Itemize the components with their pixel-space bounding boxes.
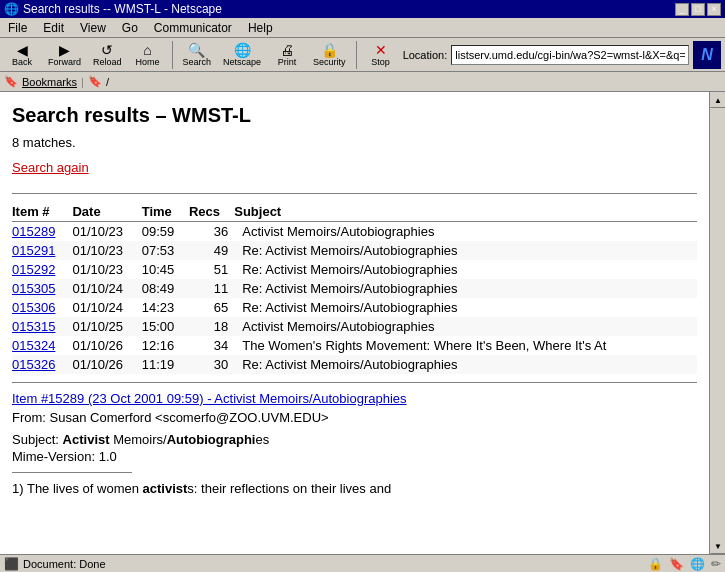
item-link[interactable]: 015324 (12, 338, 55, 353)
scrollbar: ▲ ▼ (709, 92, 725, 554)
netscape-button[interactable]: 🌐 Netscape (219, 40, 265, 70)
item-link[interactable]: 015305 (12, 281, 55, 296)
status-icon-4: ✏ (711, 557, 721, 571)
item-link[interactable]: 015326 (12, 357, 55, 372)
recs-cell: 51 (189, 260, 234, 279)
date-cell: 01/10/24 (72, 298, 141, 317)
status-icon-1: 🔒 (648, 557, 663, 571)
menu-communicator[interactable]: Communicator (150, 20, 236, 36)
search-again-link[interactable]: Search again (12, 160, 89, 175)
scroll-up-button[interactable]: ▲ (710, 92, 725, 108)
title-bar: 🌐 Search results -- WMST-L - Netscape _ … (0, 0, 725, 18)
back-button[interactable]: ◀ Back (4, 40, 40, 70)
subject-cell: Activist Memoirs/Autobiographies (234, 317, 697, 336)
col-header-time: Time (142, 202, 189, 222)
forward-icon: ▶ (59, 43, 70, 57)
time-cell: 12:16 (142, 336, 189, 355)
results-table: Item # Date Time Recs Subject 01528901/1… (12, 202, 697, 374)
bookmarks-bar: 🔖 Bookmarks | 🔖 / (0, 72, 725, 92)
item-link[interactable]: 015306 (12, 300, 55, 315)
recs-cell: 36 (189, 222, 234, 242)
date-cell: 01/10/24 (72, 279, 141, 298)
preview-body: 1) The lives of women activists: their r… (12, 481, 697, 496)
toolbar-separator-1 (172, 41, 173, 69)
status-text: Document: Done (23, 558, 106, 570)
item-link[interactable]: 015289 (12, 224, 55, 239)
col-header-date: Date (72, 202, 141, 222)
home-button[interactable]: ⌂ Home (130, 40, 166, 70)
print-label: Print (278, 57, 297, 67)
time-cell: 15:00 (142, 317, 189, 336)
toolbar-separator-2 (356, 41, 357, 69)
print-icon: 🖨 (280, 43, 294, 57)
print-button[interactable]: 🖨 Print (269, 40, 305, 70)
table-row: 01530501/10/2408:4911Re: Activist Memoir… (12, 279, 697, 298)
menu-view[interactable]: View (76, 20, 110, 36)
maximize-button[interactable]: □ (691, 3, 705, 16)
recs-cell: 65 (189, 298, 234, 317)
subject-cell: Re: Activist Memoirs/Autobiographies (234, 355, 697, 374)
top-divider (12, 193, 697, 194)
status-icon-3: 🌐 (690, 557, 705, 571)
item-link[interactable]: 015315 (12, 319, 55, 334)
subject-line: Subject: Activist Memoirs/Autobiographie… (12, 430, 697, 450)
scroll-down-button[interactable]: ▼ (710, 538, 725, 554)
home-icon: ⌂ (143, 43, 151, 57)
reload-button[interactable]: ↺ Reload (89, 40, 126, 70)
mime-line: Mime-Version: 1.0 (12, 449, 697, 464)
item-number-cell: 015289 (12, 222, 72, 242)
location-input[interactable] (451, 45, 689, 65)
table-row: 01529201/10/2310:4551Re: Activist Memoir… (12, 260, 697, 279)
menu-file[interactable]: File (4, 20, 31, 36)
stop-label: Stop (371, 57, 390, 67)
security-label: Security (313, 57, 346, 67)
subject-end: es (255, 432, 269, 447)
recs-cell: 11 (189, 279, 234, 298)
item-link[interactable]: 015291 (12, 243, 55, 258)
preview-link[interactable]: Item #15289 (23 Oct 2001 09:59) - Activi… (12, 391, 697, 406)
item-number-cell: 015291 (12, 241, 72, 260)
bookmarks-path: 🔖 (88, 75, 102, 88)
body-prefix: 1) The lives of women (12, 481, 143, 496)
date-cell: 01/10/25 (72, 317, 141, 336)
date-cell: 01/10/23 (72, 222, 141, 242)
date-cell: 01/10/23 (72, 241, 141, 260)
search-icon: 🔍 (188, 43, 205, 57)
menu-help[interactable]: Help (244, 20, 277, 36)
netscape-label: Netscape (223, 57, 261, 67)
time-cell: 08:49 (142, 279, 189, 298)
window-controls[interactable]: _ □ × (675, 3, 721, 16)
recs-cell: 49 (189, 241, 234, 260)
item-number-cell: 015324 (12, 336, 72, 355)
item-number-cell: 015315 (12, 317, 72, 336)
body-end: s: their reflections on their lives and (187, 481, 391, 496)
content-wrapper: Search results – WMST-L 8 matches. Searc… (0, 92, 725, 554)
menu-edit[interactable]: Edit (39, 20, 68, 36)
table-row: 01528901/10/2309:5936Activist Memoirs/Au… (12, 222, 697, 242)
status-icons: 🔒 🔖 🌐 ✏ (648, 557, 721, 571)
scroll-track[interactable] (710, 108, 725, 538)
search-button[interactable]: 🔍 Search (179, 40, 216, 70)
reload-icon: ↺ (101, 43, 113, 57)
table-row: 01532601/10/2611:1930Re: Activist Memoir… (12, 355, 697, 374)
forward-button[interactable]: ▶ Forward (44, 40, 85, 70)
bottom-divider (12, 382, 697, 383)
security-button[interactable]: 🔒 Security (309, 40, 350, 70)
location-bar: Location: (403, 45, 689, 65)
col-header-subject: Subject (234, 202, 697, 222)
item-link[interactable]: 015292 (12, 262, 55, 277)
minimize-button[interactable]: _ (675, 3, 689, 16)
app-icon: 🌐 (4, 2, 19, 16)
col-header-recs: Recs (189, 202, 234, 222)
netscape-icon: 🌐 (234, 43, 251, 57)
netscape-logo: N (693, 41, 721, 69)
status-bar: ⬛ Document: Done 🔒 🔖 🌐 ✏ (0, 554, 725, 572)
bookmarks-icon: 🔖 (4, 75, 18, 88)
bookmarks-label[interactable]: Bookmarks (22, 76, 77, 88)
close-button[interactable]: × (707, 3, 721, 16)
menu-go[interactable]: Go (118, 20, 142, 36)
window-title: Search results -- WMST-L - Netscape (23, 2, 222, 16)
stop-button[interactable]: ✕ Stop (363, 40, 399, 70)
subject-prefix: Subject: (12, 432, 63, 447)
table-header-row: Item # Date Time Recs Subject (12, 202, 697, 222)
